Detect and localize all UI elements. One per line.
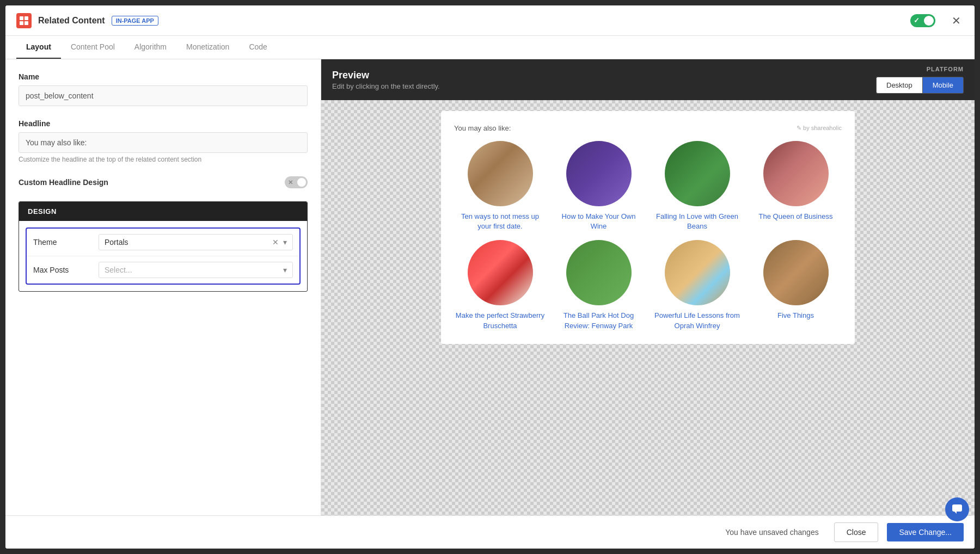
svg-marker-5 bbox=[954, 512, 957, 514]
name-label: Name bbox=[19, 72, 308, 81]
close-button-footer[interactable]: Close bbox=[834, 522, 879, 542]
design-body: Theme Portals ✕ ▾ Max Posts bbox=[19, 221, 307, 291]
you-may-label[interactable]: You may also like: bbox=[454, 124, 511, 132]
design-fields-wrapper: Theme Portals ✕ ▾ Max Posts bbox=[26, 227, 301, 285]
platform-controls: PLATFORM Desktop Mobile bbox=[876, 66, 964, 94]
headline-input[interactable] bbox=[19, 132, 308, 153]
shareaholic-badge: ✎ by shareaholic bbox=[797, 125, 842, 132]
article-image-couple bbox=[468, 141, 533, 206]
article-image-berries bbox=[566, 141, 632, 206]
theme-label: Theme bbox=[33, 238, 99, 247]
tab-code[interactable]: Code bbox=[239, 36, 277, 59]
max-posts-select[interactable]: Select... ▾ bbox=[99, 262, 293, 278]
left-panel: Name Headline Customize the headline at … bbox=[5, 59, 321, 515]
max-posts-label: Max Posts bbox=[33, 266, 99, 274]
preview-subtitle: Edit by clicking on the text directly. bbox=[332, 82, 440, 90]
max-posts-row: Max Posts Select... ▾ bbox=[27, 256, 299, 284]
toggle-x-icon: ✕ bbox=[288, 179, 293, 186]
article-item-desert[interactable]: Powerful Life Lessons from Oprah Winfrey bbox=[651, 240, 743, 330]
article-item-baseball[interactable]: The Ball Park Hot Dog Review: Fenway Par… bbox=[553, 240, 645, 330]
article-image-greenbeans bbox=[665, 141, 730, 206]
desktop-button[interactable]: Desktop bbox=[876, 77, 922, 94]
tab-algorithm[interactable]: Algorithm bbox=[125, 36, 176, 59]
name-field-group: Name bbox=[19, 72, 308, 106]
toggle-check-icon: ✓ bbox=[914, 17, 920, 24]
svg-rect-2 bbox=[20, 21, 23, 25]
theme-select-controls: ✕ ▾ bbox=[272, 238, 287, 247]
article-item-person[interactable]: Five Things bbox=[750, 240, 842, 330]
max-posts-controls: ▾ bbox=[283, 266, 287, 274]
custom-headline-row: Custom Headline Design ✕ bbox=[19, 176, 308, 188]
unsaved-text: You have unsaved changes bbox=[16, 528, 819, 537]
close-button[interactable]: ✕ bbox=[948, 13, 964, 28]
headline-label: Headline bbox=[19, 119, 308, 128]
app-logo bbox=[16, 13, 32, 28]
article-title-woman[interactable]: The Queen of Business bbox=[759, 212, 833, 221]
main-content: Name Headline Customize the headline at … bbox=[5, 59, 975, 515]
preview-title: Preview bbox=[332, 70, 440, 81]
svg-rect-4 bbox=[952, 504, 962, 512]
footer-bar: You have unsaved changes Close Save Chan… bbox=[5, 515, 975, 549]
article-image-desert bbox=[665, 240, 730, 305]
active-toggle[interactable]: ✓ bbox=[910, 14, 935, 27]
modal: Related Content IN-PAGE APP ✓ ✕ Layout C… bbox=[5, 5, 975, 549]
design-header: DESIGN bbox=[19, 202, 307, 221]
article-image-baseball bbox=[566, 240, 632, 305]
article-title-baseball[interactable]: The Ball Park Hot Dog Review: Fenway Par… bbox=[553, 311, 645, 330]
article-title-strawberry[interactable]: Make the perfect Strawberry Bruschetta bbox=[454, 311, 546, 330]
preview-meta: You may also like: ✎ by shareaholic bbox=[454, 124, 842, 132]
theme-select[interactable]: Portals ✕ ▾ bbox=[99, 234, 293, 250]
preview-card: You may also like: ✎ by shareaholic Ten … bbox=[441, 111, 855, 344]
headline-hint: Customize the headline at the top of the… bbox=[19, 156, 308, 163]
platform-buttons: Desktop Mobile bbox=[876, 77, 964, 94]
custom-headline-label: Custom Headline Design bbox=[19, 178, 108, 187]
articles-grid: Ten ways to not mess up your first date.… bbox=[454, 141, 842, 331]
article-image-woman bbox=[763, 141, 829, 206]
theme-row: Theme Portals ✕ ▾ bbox=[27, 229, 299, 256]
modal-header: Related Content IN-PAGE APP ✓ ✕ bbox=[5, 5, 975, 36]
article-title-greenbeans[interactable]: Falling In Love with Green Beans bbox=[651, 212, 743, 231]
tab-content-pool[interactable]: Content Pool bbox=[61, 36, 125, 59]
tab-monetization[interactable]: Monetization bbox=[176, 36, 239, 59]
design-box: DESIGN Theme Portals ✕ ▾ bbox=[19, 201, 308, 292]
platform-label: PLATFORM bbox=[927, 66, 964, 72]
svg-rect-3 bbox=[24, 21, 28, 25]
svg-rect-1 bbox=[24, 16, 28, 20]
article-title-desert[interactable]: Powerful Life Lessons from Oprah Winfrey bbox=[651, 311, 743, 330]
in-page-badge: IN-PAGE APP bbox=[112, 16, 158, 26]
toggle-knob bbox=[297, 178, 306, 187]
article-title-berries[interactable]: How to Make Your Own Wine bbox=[553, 212, 645, 231]
theme-clear-icon[interactable]: ✕ bbox=[272, 238, 279, 247]
chat-button[interactable] bbox=[945, 497, 969, 521]
max-posts-placeholder: Select... bbox=[105, 266, 283, 274]
headline-field-group: Headline Customize the headline at the t… bbox=[19, 119, 308, 163]
article-item-couple[interactable]: Ten ways to not mess up your first date. bbox=[454, 141, 546, 231]
preview-title-group: Preview Edit by clicking on the text dir… bbox=[332, 70, 440, 90]
svg-rect-0 bbox=[20, 16, 23, 20]
save-button[interactable]: Save Change... bbox=[887, 523, 964, 541]
right-panel: Preview Edit by clicking on the text dir… bbox=[321, 59, 975, 515]
article-item-berries[interactable]: How to Make Your Own Wine bbox=[553, 141, 645, 231]
article-image-person bbox=[763, 240, 829, 305]
article-title-couple[interactable]: Ten ways to not mess up your first date. bbox=[454, 212, 546, 231]
theme-chevron-icon[interactable]: ▾ bbox=[283, 238, 287, 247]
custom-headline-toggle[interactable]: ✕ bbox=[285, 176, 308, 188]
name-input[interactable] bbox=[19, 85, 308, 106]
preview-content: You may also like: ✎ by shareaholic Ten … bbox=[321, 100, 975, 515]
article-item-strawberry[interactable]: Make the perfect Strawberry Bruschetta bbox=[454, 240, 546, 330]
theme-select-value: Portals bbox=[105, 238, 272, 247]
tab-layout[interactable]: Layout bbox=[16, 36, 61, 59]
article-item-greenbeans[interactable]: Falling In Love with Green Beans bbox=[651, 141, 743, 231]
article-item-woman[interactable]: The Queen of Business bbox=[750, 141, 842, 231]
max-posts-chevron-icon[interactable]: ▾ bbox=[283, 266, 287, 274]
app-title: Related Content bbox=[38, 16, 105, 26]
article-image-strawberry bbox=[468, 240, 533, 305]
article-title-person[interactable]: Five Things bbox=[777, 311, 814, 321]
mobile-button[interactable]: Mobile bbox=[922, 77, 964, 94]
preview-header: Preview Edit by clicking on the text dir… bbox=[321, 59, 975, 100]
tabs-bar: Layout Content Pool Algorithm Monetizati… bbox=[5, 36, 975, 59]
